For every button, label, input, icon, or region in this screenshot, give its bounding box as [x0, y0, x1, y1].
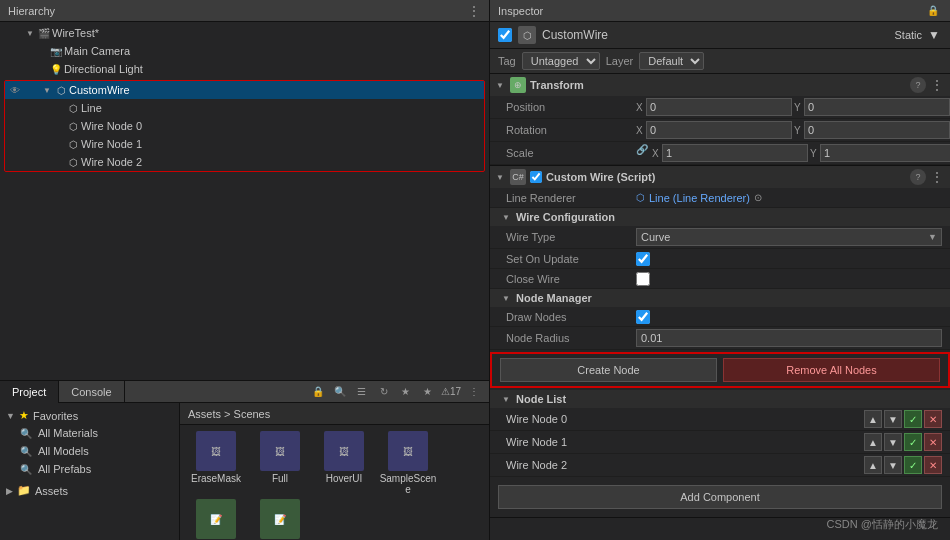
node-list-item-2[interactable]: Wire Node 2 ▲ ▼ ✓ ✕	[490, 454, 950, 477]
customwire-header[interactable]: ▼ C# Custom Wire (Script) ? ⋮	[490, 166, 950, 188]
node-down-btn-0[interactable]: ▼	[884, 410, 902, 428]
node-manager-header[interactable]: ▼ Node Manager	[490, 289, 950, 307]
wire-type-wrapper[interactable]: Curve ▼	[636, 228, 942, 246]
layer-dropdown[interactable]: Default	[639, 52, 704, 70]
customwire-menu-icon[interactable]: ⋮	[930, 169, 944, 185]
node-up-btn-1[interactable]: ▲	[864, 433, 882, 451]
node-check-btn-1[interactable]: ✓	[904, 433, 922, 451]
inspector-lock-btn[interactable]: 🔒	[924, 2, 942, 20]
tree-icon-wiretest: 🎬	[36, 25, 52, 41]
tab-lock-btn[interactable]: 🔒	[309, 383, 327, 401]
tree-item-dirlight[interactable]: ▶ 💡 Directional Light	[0, 60, 489, 78]
scale-xyz-group: 🔗 X Y Z	[636, 144, 950, 162]
tree-arrow-wiretest[interactable]: ▼	[24, 27, 36, 39]
scale-x-input[interactable]	[662, 144, 808, 162]
rotation-x-input[interactable]	[646, 121, 792, 139]
wire-config-header[interactable]: ▼ Wire Configuration	[490, 208, 950, 226]
node-up-btn-0[interactable]: ▲	[864, 410, 882, 428]
tree-item-customwire[interactable]: 👁 ▼ ⬡ CustomWire	[5, 81, 484, 99]
tree-icon-wirenode1: ⬡	[65, 136, 81, 152]
node-down-btn-1[interactable]: ▼	[884, 433, 902, 451]
tab-menu-btn[interactable]: ⋮	[465, 383, 483, 401]
fav-all-models[interactable]: 🔍 All Models	[0, 442, 179, 460]
tree-item-wirenode0[interactable]: ▶ ⬡ Wire Node 0	[5, 117, 484, 135]
node-list-item-1[interactable]: Wire Node 1 ▲ ▼ ✓ ✕	[490, 431, 950, 454]
wire-type-label: Wire Type	[506, 231, 636, 243]
remove-all-nodes-button[interactable]: Remove All Nodes	[723, 358, 940, 382]
transform-icon: ⊕	[510, 77, 526, 93]
customwire-active-checkbox[interactable]	[530, 171, 542, 183]
rotation-row: Rotation X Y	[490, 119, 950, 142]
position-x-input[interactable]	[646, 98, 792, 116]
lr-value: Line (Line Renderer)	[649, 192, 750, 204]
static-dropdown-icon[interactable]: ▼	[928, 28, 942, 42]
assets-section-header[interactable]: ▶ 📁 Assets	[0, 482, 179, 499]
asset-count-badge: ⚠17	[441, 386, 461, 397]
asset-samplescene[interactable]: 🖼 SampleScene	[378, 431, 438, 495]
draw-nodes-checkbox[interactable]	[636, 310, 650, 324]
rotation-y-input[interactable]	[804, 121, 950, 139]
transform-help-icon[interactable]: ?	[910, 77, 926, 93]
lr-link-icon[interactable]: ⊙	[754, 192, 762, 203]
node-list-header[interactable]: ▼ Node List	[490, 390, 950, 408]
rotation-y-item: Y	[794, 121, 950, 139]
tree-item-wiretest[interactable]: ▼ 🎬 WireTest*	[0, 24, 489, 42]
transform-header[interactable]: ▼ ⊕ Transform ? ⋮	[490, 74, 950, 96]
tree-item-line[interactable]: ▶ ⬡ Line	[5, 99, 484, 117]
set-on-update-checkbox[interactable]	[636, 252, 650, 266]
tab-console-label: Console	[71, 386, 111, 398]
tree-item-wirenode1[interactable]: ▶ ⬡ Wire Node 1	[5, 135, 484, 153]
fav-all-materials[interactable]: 🔍 All Materials	[0, 424, 179, 442]
node-check-btn-0[interactable]: ✓	[904, 410, 922, 428]
create-node-button[interactable]: Create Node	[500, 358, 717, 382]
hierarchy-menu-icon[interactable]: ⋮	[467, 3, 481, 19]
tab-star-btn[interactable]: ★	[397, 383, 415, 401]
node-down-btn-2[interactable]: ▼	[884, 456, 902, 474]
node-remove-btn-1[interactable]: ✕	[924, 433, 942, 451]
tab-search-btn[interactable]: 🔍	[331, 383, 349, 401]
set-on-update-label: Set On Update	[506, 253, 636, 265]
add-component-button[interactable]: Add Component	[498, 485, 942, 509]
tree-icon-wirenode2: ⬡	[65, 154, 81, 170]
tab-star2-btn[interactable]: ★	[419, 383, 437, 401]
tab-refresh-btn[interactable]: ↻	[375, 383, 393, 401]
tag-dropdown[interactable]: Untagged	[522, 52, 600, 70]
node-list-label-0: Wire Node 0	[506, 413, 862, 425]
fav-all-prefabs[interactable]: 🔍 All Prefabs	[0, 460, 179, 478]
object-active-checkbox[interactable]	[498, 28, 512, 42]
close-wire-checkbox[interactable]	[636, 272, 650, 286]
tab-filter-btn[interactable]: ☰	[353, 383, 371, 401]
asset-savexmlobj[interactable]: 📝 SaveXMLObj	[186, 499, 246, 540]
customwire-arrow: ▼	[496, 173, 506, 182]
asset-icon-savexmlobj: 📝	[196, 499, 236, 539]
customwire-help-icon[interactable]: ?	[910, 169, 926, 185]
position-x-item: X	[636, 98, 792, 116]
tab-project[interactable]: Project	[0, 381, 59, 403]
node-remove-btn-2[interactable]: ✕	[924, 456, 942, 474]
asset-label-hoverui: HoverUI	[326, 473, 363, 484]
scale-y-input[interactable]	[820, 144, 950, 162]
node-radius-input[interactable]	[636, 329, 942, 347]
asset-icon-customwire: 📝	[260, 499, 300, 539]
tab-console[interactable]: Console	[59, 381, 124, 403]
transform-menu-icon[interactable]: ⋮	[930, 77, 944, 93]
node-remove-btn-0[interactable]: ✕	[924, 410, 942, 428]
asset-full[interactable]: 🖼 Full	[250, 431, 310, 495]
favorites-header[interactable]: ▼ ★ Favorites	[0, 407, 179, 424]
rotation-y-label: Y	[794, 125, 804, 136]
tree-item-wirenode2[interactable]: ▶ ⬡ Wire Node 2	[5, 153, 484, 171]
tree-arrow-customwire[interactable]: ▼	[41, 84, 53, 96]
position-y-input[interactable]	[804, 98, 950, 116]
node-list-label-1: Wire Node 1	[506, 436, 862, 448]
node-list-item-0[interactable]: Wire Node 0 ▲ ▼ ✓ ✕	[490, 408, 950, 431]
node-check-btn-2[interactable]: ✓	[904, 456, 922, 474]
tree-label-line: Line	[81, 102, 102, 114]
asset-customwire[interactable]: 📝 CustomWire	[250, 499, 310, 540]
tree-item-maincamera[interactable]: ▶ 📷 Main Camera	[0, 42, 489, 60]
position-value: X Y Z	[636, 98, 950, 116]
node-radius-row: Node Radius	[490, 327, 950, 350]
rotation-xyz-group: X Y Z	[636, 121, 950, 139]
node-up-btn-2[interactable]: ▲	[864, 456, 882, 474]
asset-erasemask[interactable]: 🖼 EraseMask	[186, 431, 246, 495]
asset-hoverui[interactable]: 🖼 HoverUI	[314, 431, 374, 495]
